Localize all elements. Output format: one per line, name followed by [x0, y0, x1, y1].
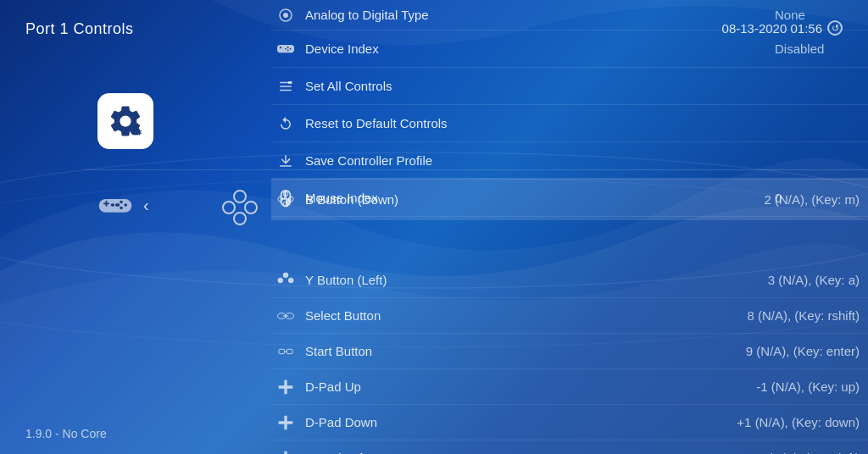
svg-rect-38: [287, 349, 292, 353]
menu-item-dpad-left[interactable]: D-Pad Left -0 (N/A), (Key: left): [271, 440, 868, 454]
svg-point-31: [283, 272, 288, 277]
dpad-down-label: D-Pad Down: [305, 415, 737, 429]
select-button-icon: [271, 310, 300, 322]
device-index-label: Device Index: [305, 42, 775, 56]
svg-point-13: [234, 213, 246, 224]
svg-point-30: [288, 197, 293, 202]
svg-point-33: [288, 278, 293, 283]
svg-rect-10: [111, 203, 114, 207]
bottom-menu: Y Button (Left) 3 (N/A), (Key: a) Select…: [271, 263, 868, 454]
svg-rect-20: [281, 46, 281, 48]
svg-point-6: [120, 201, 123, 204]
b-button-row[interactable]: B Button (Down) 2 (N/A), (Key: m): [271, 178, 868, 220]
b-button-label: B Button (Down): [305, 192, 764, 207]
controller-buttons-icon: [220, 188, 259, 227]
menu-item-analog[interactable]: Analog to Digital Type None: [271, 0, 868, 30]
svg-rect-5: [106, 201, 108, 207]
svg-point-17: [283, 13, 288, 18]
dpad-up-value: -1 (N/A), (Key: up): [756, 379, 860, 394]
y-button-icon: [271, 271, 300, 290]
reset-icon: [271, 116, 300, 131]
dpad-up-icon: [271, 379, 300, 396]
b-button-icon: [271, 190, 300, 208]
svg-point-22: [290, 47, 292, 49]
svg-rect-26: [280, 165, 292, 167]
port-title: Port 1 Controls: [25, 20, 134, 38]
menu-item-device-index[interactable]: Device Index Disabled: [271, 30, 868, 68]
svg-rect-37: [279, 349, 285, 353]
gear-icon-box: [97, 93, 153, 149]
dpad-left-value: -0 (N/A), (Key: left): [754, 451, 860, 454]
svg-point-15: [245, 202, 257, 213]
arrow-left-icon[interactable]: ‹: [143, 196, 149, 215]
svg-point-28: [283, 202, 288, 207]
gamepad-icon: [97, 193, 133, 217]
start-button-value: 9 (N/A), (Key: enter): [746, 344, 860, 358]
menu-item-save-profile[interactable]: Save Controller Profile: [271, 142, 868, 180]
menu-item-dpad-up[interactable]: D-Pad Up -1 (N/A), (Key: up): [271, 369, 868, 405]
menu-item-y-button[interactable]: Y Button (Left) 3 (N/A), (Key: a): [271, 263, 868, 298]
select-button-label: Select Button: [305, 308, 747, 323]
svg-rect-25: [288, 81, 292, 84]
buttons-pattern-container: [220, 188, 259, 230]
device-index-icon: [271, 42, 300, 56]
set-all-label: Set All Controls: [305, 79, 775, 93]
set-all-icon: [271, 79, 300, 94]
svg-point-24: [285, 47, 287, 49]
save-profile-label: Save Controller Profile: [305, 153, 775, 168]
dpad-down-icon: [271, 414, 300, 431]
svg-point-7: [125, 203, 128, 207]
y-button-value: 3 (N/A), (Key: a): [768, 273, 860, 287]
reset-label: Reset to Default Controls: [305, 116, 775, 130]
dpad-left-label: D-Pad Left: [305, 451, 754, 454]
svg-point-27: [283, 191, 288, 197]
svg-point-14: [223, 202, 235, 213]
svg-point-12: [234, 191, 246, 202]
analog-icon: [271, 7, 300, 24]
svg-rect-11: [116, 203, 120, 207]
svg-point-8: [120, 207, 123, 210]
menu-item-start[interactable]: Start Button 9 (N/A), (Key: enter): [271, 334, 868, 369]
svg-point-23: [287, 49, 289, 51]
save-icon: [271, 153, 300, 169]
start-button-icon: [271, 346, 300, 357]
menu-item-reset[interactable]: Reset to Default Controls: [271, 105, 868, 142]
analog-label: Analog to Digital Type: [305, 8, 775, 22]
menu-item-select[interactable]: Select Button 8 (N/A), (Key: rshift): [271, 298, 868, 334]
analog-value: None: [775, 8, 860, 22]
menu-item-set-all[interactable]: Set All Controls: [271, 68, 868, 105]
y-button-label: Y Button (Left): [305, 273, 768, 287]
dpad-up-label: D-Pad Up: [305, 379, 756, 394]
svg-point-29: [278, 197, 283, 202]
version-display: 1.9.0 - No Core: [25, 427, 107, 440]
menu-item-dpad-down[interactable]: D-Pad Down +1 (N/A), (Key: down): [271, 405, 868, 440]
start-button-label: Start Button: [305, 344, 746, 358]
controller-section: ‹: [97, 193, 149, 217]
select-button-value: 8 (N/A), (Key: rshift): [747, 308, 860, 323]
svg-point-21: [287, 46, 289, 47]
b-button-value: 2 (N/A), (Key: m): [764, 192, 860, 207]
dpad-left-icon: [271, 450, 300, 455]
device-index-value: Disabled: [775, 42, 860, 56]
dpad-down-value: +1 (N/A), (Key: down): [737, 415, 860, 429]
main-content: Port 1 Controls 08-13-2020 01:56 ↺ ‹: [0, 0, 868, 454]
svg-point-32: [278, 278, 283, 283]
settings-gear-icon: [107, 102, 144, 140]
